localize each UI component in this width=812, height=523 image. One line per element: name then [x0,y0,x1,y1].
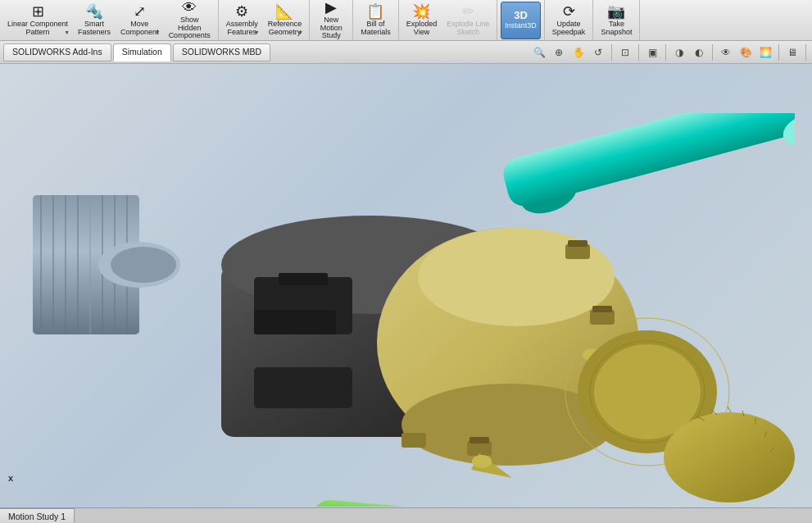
section-view-icon[interactable]: ▣ [643,43,661,61]
zoom-fit-icon[interactable]: ⊡ [616,43,634,61]
instant3d-group: 3D Instant3D [497,0,545,40]
svg-point-35 [472,455,492,468]
smart-fasteners-button[interactable]: 🔩 SmartFasteners [74,2,115,39]
rotate-icon[interactable]: ↺ [589,43,607,61]
zoom-area-icon[interactable]: ⊕ [550,43,568,61]
explode-group: 💥 ExplodedView ✏ Explode LineSketch [399,0,498,40]
explode-line-icon: ✏ [462,4,474,19]
camera-icon: 📷 [607,4,625,19]
instant3d-icon: 3D [514,10,528,20]
dropdown-arrow-icon: ▼ [297,30,303,36]
separator [712,44,713,61]
separator [611,44,612,61]
svg-point-14 [111,247,176,283]
smart-fasteners-icon: 🔩 [85,4,103,19]
separator [665,44,666,61]
dropdown-arrow-icon: ▼ [155,30,161,36]
separator [805,44,806,61]
bom-group: 📋 Bill ofMaterials [353,0,399,40]
xyz-indicator: x [8,473,13,483]
show-hidden-icon: 👁 [182,0,197,15]
instant3d-button[interactable]: 3D Instant3D [501,2,541,39]
svg-rect-31 [401,433,426,448]
take-snapshot-button[interactable]: 📷 TakeSnapshot [597,2,636,39]
pattern-group: ⊞ Linear ComponentPattern ▼ 🔩 SmartFaste… [0,0,219,40]
explode-line-button[interactable]: ✏ Explode LineSketch [442,2,493,39]
pan-icon[interactable]: ✋ [569,43,587,61]
3d-viewport[interactable]: X Y x [0,64,812,507]
hide-show-icon[interactable]: 👁 [717,43,735,61]
tab-solidworks-mbd[interactable]: SOLIDWORKS MBD [173,43,270,61]
exploded-view-button[interactable]: 💥 ExplodedView [402,2,442,39]
svg-rect-19 [254,310,336,334]
update-speedpak-icon: ⟳ [563,4,575,19]
new-motion-button[interactable]: ▶ NewMotionStudy [313,2,349,39]
svg-rect-21 [254,367,352,408]
display-style-icon[interactable]: ◐ [690,43,708,61]
motion-group: ▶ NewMotionStudy [310,0,353,40]
show-hidden-button[interactable]: 👁 ShowHiddenComponents [165,2,215,39]
bill-materials-icon: 📋 [366,4,384,19]
bill-materials-button[interactable]: 📋 Bill ofMaterials [356,2,395,39]
svg-rect-30 [470,437,489,443]
secondary-toolbar: SOLIDWORKS Add-Ins Simulation SOLIDWORKS… [0,41,812,64]
new-motion-icon: ▶ [325,0,337,15]
view-settings-icon[interactable]: ◑ [670,43,688,61]
monitor-icon[interactable]: 🖥 [783,43,801,61]
gear-assembly-svg: X Y [25,113,795,507]
motion-study-label: Motion Study 1 [8,512,66,521]
svg-rect-1 [500,113,795,210]
svg-rect-20 [279,273,328,285]
assembly-features-icon: ⚙ [235,4,248,19]
svg-rect-49 [306,498,475,507]
snapshot-group: 📷 TakeSnapshot [593,0,640,40]
svg-rect-28 [592,306,612,312]
exploded-view-icon: 💥 [412,4,430,19]
main-toolbar: ⊞ Linear ComponentPattern ▼ 🔩 SmartFaste… [0,0,812,41]
tab-solidworks-addins[interactable]: SOLIDWORKS Add-Ins [3,43,111,61]
update-speedpak-button[interactable]: ⟳ UpdateSpeedpak [548,2,590,39]
linear-pattern-button[interactable]: ⊞ Linear ComponentPattern ▼ [3,2,72,39]
assembly-features-button[interactable]: ⚙ AssemblyFeatures ▼ [222,2,262,39]
move-icon: ⤢ [134,4,146,19]
scenes-icon[interactable]: 🌅 [756,43,774,61]
svg-line-43 [728,407,731,412]
svg-rect-26 [568,240,587,247]
assembly-group: ⚙ AssemblyFeatures ▼ 📐 ReferenceGeometry… [219,0,311,40]
speedpak-group: ⟳ UpdateSpeedpak [545,0,594,40]
dropdown-arrow-icon: ▼ [254,30,260,36]
motion-study-tab[interactable]: Motion Study 1 [0,508,75,524]
separator [778,44,779,61]
reference-geometry-button[interactable]: 📐 ReferenceGeometry ▼ [264,2,306,39]
separator [638,44,639,61]
linear-pattern-icon: ⊞ [32,4,44,19]
appearances-icon[interactable]: 🎨 [737,43,755,61]
dropdown-arrow-icon: ▼ [64,30,70,36]
search-icon[interactable]: 🔍 [530,43,548,61]
svg-point-40 [664,412,795,503]
tab-simulation[interactable]: Simulation [113,43,171,61]
reference-geometry-icon: 📐 [275,4,293,19]
move-component-button[interactable]: ⤢ MoveComponent ▼ [116,2,163,39]
